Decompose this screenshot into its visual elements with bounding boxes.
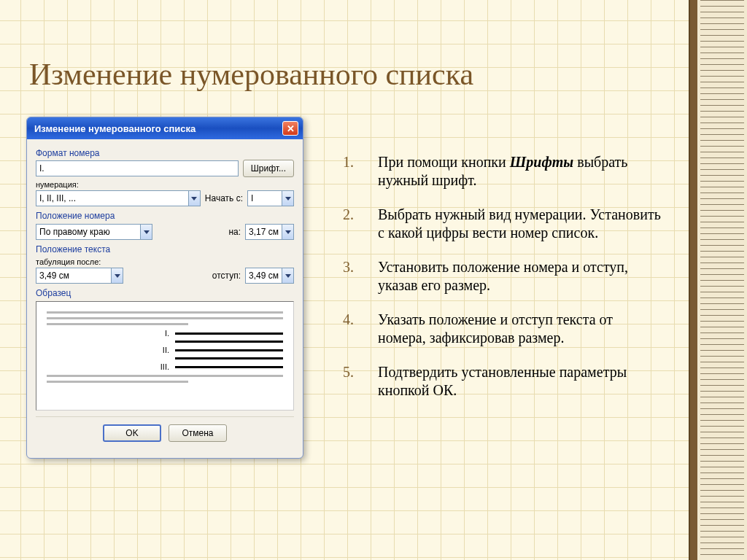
chevron-down-icon: [188, 191, 200, 206]
tab-after-value: 3,49 см: [36, 268, 111, 283]
number-format-input[interactable]: I.: [36, 160, 239, 176]
numbering-label: нумерация:: [36, 180, 294, 189]
close-icon: ✕: [287, 123, 295, 134]
cancel-button[interactable]: Отмена: [169, 424, 227, 442]
close-button[interactable]: ✕: [282, 121, 298, 136]
group-number-format: Формат номера: [36, 148, 294, 158]
list-text: Подтвердить установленные параметры кноп…: [378, 363, 664, 400]
list-text: При помощи кнопки Шрифты выбрать нужный …: [378, 153, 664, 190]
chevron-down-icon: [111, 268, 123, 283]
list-item: 1. При помощи кнопки Шрифты выбрать нужн…: [343, 153, 664, 190]
list-number: 5.: [343, 363, 378, 400]
page-title: Изменение нумерованного списка: [29, 57, 473, 92]
start-at-label: Начать с:: [205, 193, 243, 203]
number-format-value: I.: [39, 163, 44, 174]
list-number: 1.: [343, 153, 378, 190]
ruler-decoration: [689, 0, 747, 560]
list-item: 2. Выбрать нужный вид нумерации. Установ…: [343, 206, 664, 242]
dialog-body: Формат номера I. Шрифт... нумерация: I, …: [27, 139, 303, 458]
numbering-style-value: I, II, III, ...: [36, 191, 188, 206]
dialog-titlebar[interactable]: Изменение нумерованного списка ✕: [27, 117, 303, 139]
chevron-down-icon: [140, 225, 152, 239]
dialog-footer: OK Отмена: [36, 416, 294, 451]
font-button[interactable]: Шрифт...: [243, 160, 294, 177]
position-at-value: 3,17 см: [246, 225, 282, 239]
chevron-down-icon: [282, 268, 293, 283]
alignment-value: По правому краю: [36, 225, 140, 239]
tab-after-label: табуляция после:: [36, 257, 294, 266]
list-text: Установить положение номера и отступ, ук…: [378, 258, 664, 295]
list-item: 4. Указать положение и отступ текста от …: [343, 311, 664, 347]
group-text-position: Положение текста: [36, 244, 294, 254]
indent-spinner[interactable]: 3,49 см: [245, 268, 294, 284]
at-label: на:: [228, 227, 241, 237]
chevron-down-icon: [282, 191, 293, 206]
alignment-select[interactable]: По правому краю: [36, 224, 152, 240]
list-number: 2.: [343, 206, 378, 242]
position-at-spinner[interactable]: 3,17 см: [245, 224, 294, 240]
instructions-list: 1. При помощи кнопки Шрифты выбрать нужн…: [343, 153, 664, 416]
numbering-style-select[interactable]: I, II, III, ...: [36, 190, 201, 206]
ok-button[interactable]: OK: [103, 424, 161, 442]
indent-value: 3,49 см: [246, 268, 282, 283]
tab-after-spinner[interactable]: 3,49 см: [36, 268, 123, 284]
list-text: Указать положение и отступ текста от ном…: [378, 311, 664, 347]
chevron-down-icon: [282, 225, 293, 239]
list-text: Выбрать нужный вид нумерации. Установить…: [378, 206, 664, 242]
list-number: 3.: [343, 258, 378, 295]
list-item: 5. Подтвердить установленные параметры к…: [343, 363, 664, 400]
start-at-spinner[interactable]: I: [247, 190, 294, 206]
group-sample: Образец: [36, 288, 294, 298]
group-number-position: Положение номера: [36, 211, 294, 221]
preview-pane: I. II. III.: [36, 301, 294, 411]
list-number: 4.: [343, 311, 378, 347]
dialog-title: Изменение нумерованного списка: [34, 123, 196, 134]
indent-label: отступ:: [212, 271, 241, 281]
start-at-value: I: [248, 191, 282, 206]
list-item: 3. Установить положение номера и отступ,…: [343, 258, 664, 295]
numbered-list-dialog: Изменение нумерованного списка ✕ Формат …: [26, 117, 303, 459]
